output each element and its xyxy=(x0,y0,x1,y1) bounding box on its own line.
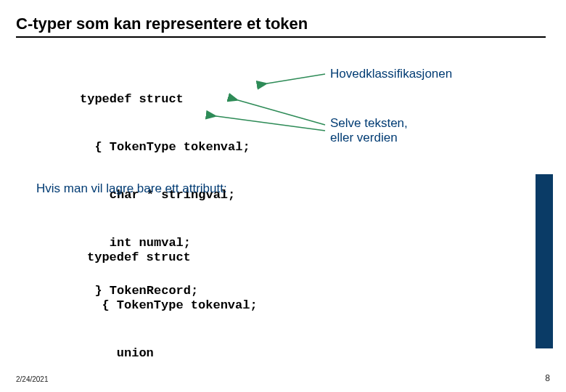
side-band xyxy=(536,174,553,348)
footer-date: 2/24/2021 xyxy=(16,375,49,383)
arrow-to-tokenval-icon xyxy=(0,0,566,392)
footer-page-number: 8 xyxy=(545,373,550,383)
side-label: INF 5110 - 2014 xyxy=(506,228,518,306)
code-line: union xyxy=(87,346,258,362)
svg-line-2 xyxy=(216,116,325,131)
code-block-2: typedef struct { TokenType tokenval; uni… xyxy=(87,218,258,392)
svg-line-0 xyxy=(267,74,325,83)
code-line: { TokenType tokenval; xyxy=(87,298,258,314)
code-line: typedef struct xyxy=(87,250,258,266)
slide: C-typer som kan representere et token ty… xyxy=(0,0,566,392)
